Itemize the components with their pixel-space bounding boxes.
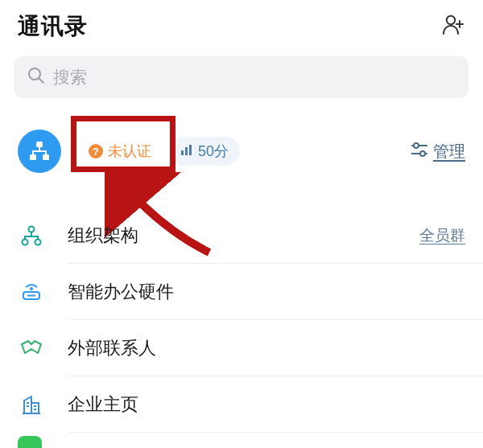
unverified-label: 未认证 [108, 142, 151, 161]
handshake-icon [18, 337, 45, 360]
divider [68, 432, 483, 433]
menu-item-partial [0, 436, 483, 448]
svg-point-14 [29, 227, 35, 232]
page-title: 通讯录 [18, 11, 88, 42]
svg-rect-6 [181, 150, 184, 155]
add-contact-button[interactable] [441, 13, 465, 40]
org-badges: ? 未认证 50分 [77, 137, 240, 166]
score-label: 50分 [198, 142, 229, 161]
menu-item-external-contacts[interactable]: 外部联系人 [0, 320, 483, 376]
svg-rect-7 [185, 147, 188, 155]
svg-rect-3 [36, 142, 43, 147]
svg-line-2 [39, 78, 44, 83]
org-avatar[interactable] [18, 129, 61, 173]
sliders-icon [411, 142, 428, 162]
partial-icon [18, 436, 42, 448]
unverified-badge[interactable]: ? 未认证 [77, 137, 163, 166]
menu-item-org-structure[interactable]: 组织架构 全员群 [0, 208, 483, 264]
contacts-menu: 组织架构 全员群 智能办公硬件 外部联系人 [0, 208, 483, 448]
search-input[interactable]: 搜索 [14, 56, 469, 98]
svg-point-16 [35, 240, 41, 245]
svg-point-17 [30, 287, 33, 290]
menu-label: 智能办公硬件 [68, 280, 174, 304]
question-icon: ? [89, 144, 103, 158]
svg-rect-4 [30, 154, 36, 160]
building-icon [18, 393, 45, 416]
header: 通讯录 [0, 0, 483, 50]
search-placeholder: 搜索 [53, 66, 87, 88]
menu-label: 组织架构 [68, 224, 138, 248]
org-structure-icon [18, 224, 45, 247]
all-members-group-link[interactable]: 全员群 [419, 225, 465, 246]
menu-label: 外部联系人 [68, 336, 156, 360]
svg-point-12 [420, 151, 425, 156]
search-icon [27, 67, 45, 88]
manage-label: 管理 [433, 141, 465, 162]
menu-item-company-page[interactable]: 企业主页 [0, 376, 483, 433]
bar-chart-icon [180, 143, 193, 160]
svg-point-10 [414, 143, 419, 148]
add-user-icon [441, 13, 465, 37]
svg-rect-8 [189, 145, 192, 155]
org-section: ? 未认证 50分 管理 [0, 125, 483, 177]
menu-item-smart-hardware[interactable]: 智能办公硬件 [0, 264, 483, 320]
menu-label: 企业主页 [68, 393, 138, 417]
router-icon [18, 281, 45, 303]
svg-rect-5 [43, 154, 49, 160]
svg-point-15 [23, 240, 28, 245]
svg-point-0 [447, 16, 455, 24]
manage-button[interactable]: 管理 [411, 141, 465, 162]
org-chart-icon [27, 139, 52, 163]
score-badge[interactable]: 50分 [169, 137, 240, 166]
